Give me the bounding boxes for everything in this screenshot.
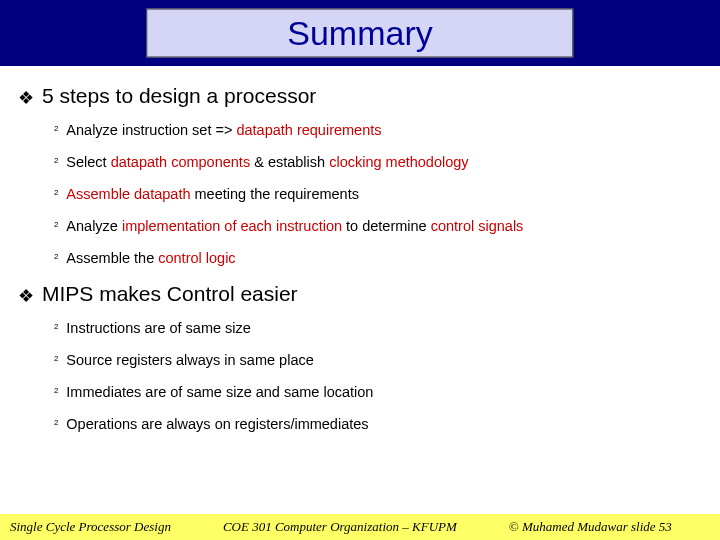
list-item: ²Immediates are of same size and same lo… [54, 384, 702, 402]
list-item-text: Immediates are of same size and same loc… [66, 384, 373, 400]
highlight-text: datapath components [111, 154, 250, 170]
section-heading: ❖MIPS makes Control easier [18, 282, 702, 310]
plain-text: Assemble the [66, 250, 158, 266]
highlight-text: clocking methodology [329, 154, 468, 170]
plain-text: to determine [342, 218, 431, 234]
plain-text: Analyze instruction set => [66, 122, 236, 138]
footer-left: Single Cycle Processor Design [10, 519, 171, 535]
list-item: ²Assemble the control logic [54, 250, 702, 268]
list-item: ²Source registers always in same place [54, 352, 702, 370]
sub-bullet-icon: ² [54, 416, 58, 434]
plain-text: Analyze [66, 218, 122, 234]
highlight-text: implementation of each instruction [122, 218, 342, 234]
plain-text: Instructions are of same size [66, 320, 251, 336]
list-item-text: Analyze instruction set => datapath requ… [66, 122, 381, 138]
list-item: ²Operations are always on registers/imme… [54, 416, 702, 434]
list-item: ²Analyze instruction set => datapath req… [54, 122, 702, 140]
plain-text: Operations are always on registers/immed… [66, 416, 368, 432]
list-item-text: Assemble the control logic [66, 250, 235, 266]
list-item-text: Assemble datapath meeting the requiremen… [66, 186, 359, 202]
section-heading-text: MIPS makes Control easier [42, 282, 298, 306]
slide-content: ❖5 steps to design a processor²Analyze i… [0, 66, 720, 434]
highlight-text: control logic [158, 250, 235, 266]
list-item: ²Select datapath components & establish … [54, 154, 702, 172]
list-item: ²Assemble datapath meeting the requireme… [54, 186, 702, 204]
list-item: ²Instructions are of same size [54, 320, 702, 338]
list-item-text: Source registers always in same place [66, 352, 313, 368]
footer-right: © Muhamed Mudawar slide 53 [509, 519, 672, 535]
highlight-text: Assemble datapath [66, 186, 190, 202]
sub-bullet-icon: ² [54, 320, 58, 338]
sub-bullet-icon: ² [54, 122, 58, 140]
sub-bullet-icon: ² [54, 218, 58, 236]
slide-footer: Single Cycle Processor Design COE 301 Co… [0, 514, 720, 540]
title-bar: Summary [0, 0, 720, 66]
sub-bullet-icon: ² [54, 154, 58, 172]
diamond-bullet-icon: ❖ [18, 84, 34, 112]
plain-text: Source registers always in same place [66, 352, 313, 368]
list-item: ²Analyze implementation of each instruct… [54, 218, 702, 236]
section-heading: ❖5 steps to design a processor [18, 84, 702, 112]
sub-bullet-icon: ² [54, 250, 58, 268]
sub-bullet-icon: ² [54, 384, 58, 402]
slide-title: Summary [287, 14, 432, 53]
sub-bullet-icon: ² [54, 186, 58, 204]
sub-bullet-icon: ² [54, 352, 58, 370]
list-item-text: Select datapath components & establish c… [66, 154, 468, 170]
title-inner: Summary [146, 9, 573, 58]
plain-text: Select [66, 154, 110, 170]
plain-text: Immediates are of same size and same loc… [66, 384, 373, 400]
list-item-text: Instructions are of same size [66, 320, 251, 336]
list-item-text: Analyze implementation of each instructi… [66, 218, 523, 234]
highlight-text: datapath requirements [236, 122, 381, 138]
highlight-text: control signals [431, 218, 524, 234]
list-item-text: Operations are always on registers/immed… [66, 416, 368, 432]
plain-text: meeting the requirements [190, 186, 358, 202]
diamond-bullet-icon: ❖ [18, 282, 34, 310]
plain-text: & establish [250, 154, 329, 170]
section-heading-text: 5 steps to design a processor [42, 84, 316, 108]
footer-center: COE 301 Computer Organization – KFUPM [223, 519, 457, 535]
